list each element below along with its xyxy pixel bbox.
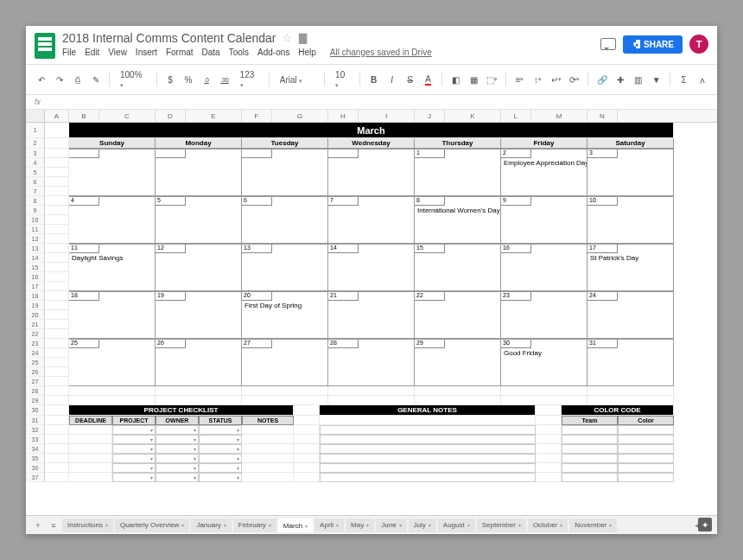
calendar-day[interactable]: 20 — [242, 291, 328, 301]
day-cell[interactable] — [328, 377, 415, 386]
row-header[interactable]: 6 — [26, 177, 45, 187]
select-all-corner[interactable] — [26, 110, 45, 122]
font-dropdown[interactable]: Arial — [276, 73, 317, 86]
day-cell[interactable] — [69, 320, 156, 329]
row-header[interactable]: 31 — [26, 416, 45, 425]
day-event[interactable] — [415, 348, 501, 358]
day-cell[interactable] — [501, 177, 587, 187]
sheet-tab[interactable]: October — [528, 519, 568, 532]
team-cell[interactable] — [562, 435, 618, 444]
day-event[interactable] — [415, 253, 501, 263]
day-event[interactable] — [328, 158, 415, 168]
day-cell[interactable] — [328, 272, 415, 282]
cell[interactable] — [328, 386, 415, 396]
day-cell[interactable] — [501, 187, 587, 196]
paint-format-icon[interactable]: ✎ — [89, 73, 102, 86]
row-header[interactable]: 23 — [26, 339, 45, 348]
day-cell[interactable] — [415, 187, 501, 196]
calendar-day[interactable]: 2 — [501, 149, 587, 158]
calendar-day[interactable]: 8 — [415, 196, 501, 206]
day-event[interactable] — [69, 301, 156, 310]
menu-file[interactable]: File — [62, 48, 76, 57]
save-status[interactable]: All changes saved in Drive — [330, 48, 432, 57]
row-header[interactable]: 14 — [26, 253, 45, 263]
comment-icon[interactable]: ✚ — [613, 73, 626, 86]
borders-icon[interactable]: ▦ — [467, 73, 480, 86]
day-cell[interactable] — [587, 234, 674, 244]
notes-cell[interactable] — [242, 454, 294, 463]
day-cell[interactable] — [328, 358, 415, 367]
row-header[interactable]: 26 — [26, 367, 45, 377]
explore-icon[interactable]: ✦ — [698, 518, 712, 531]
day-event[interactable] — [69, 348, 156, 358]
sheet-tab[interactable]: January — [191, 519, 231, 532]
calendar-day[interactable]: 10 — [587, 196, 674, 206]
day-cell[interactable] — [156, 367, 242, 377]
day-cell[interactable] — [415, 282, 501, 291]
calendar-day[interactable]: 1 — [415, 149, 501, 158]
day-cell[interactable] — [69, 310, 156, 320]
day-cell[interactable] — [587, 225, 674, 234]
comments-icon[interactable] — [600, 38, 616, 50]
cell[interactable] — [587, 386, 674, 396]
owner-dropdown[interactable] — [156, 435, 199, 444]
day-event[interactable] — [587, 301, 674, 310]
doc-title[interactable]: 2018 Internal Comms Content Calendar — [62, 31, 276, 45]
row-header[interactable]: 11 — [26, 225, 45, 234]
day-cell[interactable] — [242, 215, 328, 225]
day-event[interactable] — [242, 253, 328, 263]
day-cell[interactable] — [587, 310, 674, 320]
row-header[interactable]: 18 — [26, 291, 45, 301]
day-cell[interactable] — [415, 377, 501, 386]
day-cell[interactable] — [587, 282, 674, 291]
day-cell[interactable] — [328, 187, 415, 196]
functions-icon[interactable]: Σ — [677, 73, 690, 86]
day-cell[interactable] — [328, 177, 415, 187]
col-header[interactable]: B — [69, 110, 99, 122]
menu-insert[interactable]: Insert — [136, 48, 157, 57]
general-notes-cell[interactable] — [320, 463, 536, 473]
general-notes-cell[interactable] — [320, 425, 536, 435]
row-header[interactable]: 8 — [26, 196, 45, 206]
day-cell[interactable] — [156, 272, 242, 282]
add-sheet-icon[interactable]: + — [31, 519, 45, 532]
day-cell[interactable] — [415, 320, 501, 329]
sheet-tab[interactable]: November — [569, 519, 617, 532]
strike-icon[interactable]: S — [403, 73, 416, 86]
redo-icon[interactable]: ↷ — [53, 73, 66, 86]
calendar-day[interactable]: 24 — [587, 291, 674, 301]
day-cell[interactable] — [156, 187, 242, 196]
day-cell[interactable] — [69, 358, 156, 367]
day-cell[interactable] — [415, 225, 501, 234]
col-header[interactable]: J — [415, 110, 445, 122]
notes-cell[interactable] — [242, 444, 294, 454]
day-cell[interactable] — [415, 215, 501, 225]
day-cell[interactable] — [328, 263, 415, 272]
formula-bar[interactable]: fx — [26, 95, 717, 110]
row-header[interactable]: 9 — [26, 206, 45, 215]
day-cell[interactable] — [328, 234, 415, 244]
cell[interactable] — [69, 386, 156, 396]
color-cell[interactable] — [618, 425, 674, 435]
menu-format[interactable]: Format — [166, 48, 194, 57]
row-header[interactable]: 4 — [26, 158, 45, 168]
sheet-tab[interactable]: March — [278, 519, 313, 532]
expand-toolbar-icon[interactable]: ʌ — [695, 73, 708, 86]
day-event[interactable] — [156, 206, 242, 215]
cell[interactable] — [501, 396, 587, 405]
day-cell[interactable] — [328, 225, 415, 234]
col-header[interactable]: H — [328, 110, 359, 122]
project-dropdown[interactable] — [112, 435, 156, 444]
day-cell[interactable] — [501, 234, 587, 244]
calendar-day[interactable]: 11 — [69, 244, 156, 253]
day-event[interactable] — [156, 348, 242, 358]
row-header[interactable]: 7 — [26, 187, 45, 196]
day-event[interactable] — [501, 253, 587, 263]
day-event[interactable]: First Day of Spring — [242, 301, 328, 310]
increase-decimal-icon[interactable]: .00 — [219, 73, 232, 86]
sheet-tab[interactable]: June — [376, 519, 406, 532]
currency-icon[interactable]: $ — [164, 73, 177, 86]
col-header[interactable]: F — [242, 110, 272, 122]
day-cell[interactable] — [587, 177, 674, 187]
color-cell[interactable] — [618, 454, 674, 463]
